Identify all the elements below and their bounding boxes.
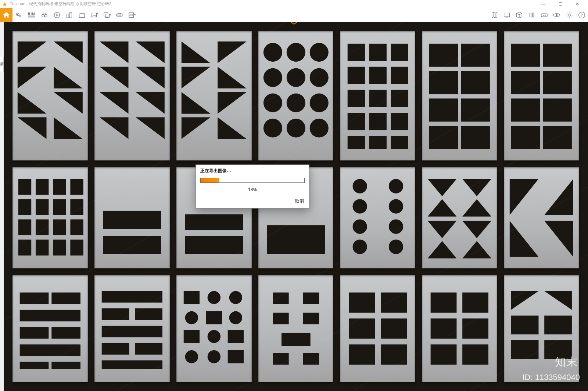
svg-rect-156 [20,362,49,369]
svg-rect-115 [53,199,66,215]
svg-point-31 [568,14,570,16]
svg-marker-54 [100,92,129,114]
svg-rect-122 [36,239,49,255]
map-button[interactable] [488,8,501,22]
svg-point-136 [352,239,367,254]
svg-line-36 [567,12,568,13]
svg-point-70 [286,68,305,87]
watermark-id: ID: 1133594040 [522,373,580,382]
help-button[interactable]: ? [576,8,588,22]
eye-button[interactable] [551,8,563,22]
svg-rect-109 [18,179,31,195]
cancel-button[interactable]: 取消 [295,198,304,204]
svg-marker-44 [18,67,47,88]
svg-line-39 [571,12,572,13]
svg-rect-89 [391,113,408,130]
toolbar-left-group: BIM 360° EXE [0,8,138,22]
svg-rect-161 [102,326,162,337]
svg-rect-25 [504,13,510,17]
svg-point-131 [388,179,403,193]
svg-rect-187 [381,319,407,339]
clapperboard-button[interactable] [76,8,88,22]
svg-marker-55 [136,92,165,114]
svg-rect-101 [511,44,540,67]
svg-rect-90 [347,136,365,149]
sample-squares-4x4 [12,167,88,268]
svg-rect-177 [273,293,288,304]
svg-point-30 [556,14,558,16]
svg-rect-116 [70,199,83,215]
svg-point-167 [229,291,242,304]
compass-button[interactable] [51,8,63,22]
display-button[interactable] [501,8,513,22]
svg-rect-110 [36,179,49,195]
audio-lines-button[interactable] [526,8,538,22]
svg-rect-96 [461,71,490,94]
svg-point-172 [207,330,220,343]
svg-rect-182 [273,353,288,365]
svg-rect-194 [431,344,457,365]
buildings-button[interactable] [63,8,76,22]
home-button[interactable] [0,8,12,22]
sample-slot-bricks-2 [94,275,170,382]
export-image-button[interactable] [88,8,101,22]
svg-rect-114 [36,199,49,215]
svg-marker-61 [218,67,247,88]
close-button[interactable]: ✕ [569,0,586,8]
sample-tri-mixed-1 [12,31,88,160]
svg-marker-197 [544,291,572,310]
svg-marker-56 [100,117,129,139]
svg-rect-12 [71,14,71,14]
svg-rect-111 [53,179,66,195]
svg-rect-195 [463,344,489,365]
svg-text:?: ? [581,13,583,17]
svg-marker-59 [218,41,247,63]
svg-point-68 [309,43,328,62]
svg-point-28 [543,15,544,16]
svg-rect-181 [282,333,311,346]
svg-rect-126 [103,236,161,254]
sample-frame-squares [258,275,334,382]
chevron-down-icon[interactable] [290,21,298,23]
minimize-button[interactable]: — [535,0,552,8]
svg-rect-107 [511,126,540,149]
svg-point-137 [388,239,403,254]
location-button[interactable] [12,8,25,22]
svg-text:EXE: EXE [129,14,133,16]
dialog-title: 正在导出图像… [196,165,309,178]
svg-rect-188 [349,344,375,365]
cube-button[interactable] [513,8,526,22]
render-viewport[interactable]: 正在导出图像… 18% 取消 知末 ID: 1133594040 [4,22,588,391]
svg-rect-105 [511,98,540,122]
svg-marker-60 [182,67,211,88]
export-batch-button[interactable] [101,8,113,22]
svg-marker-62 [182,92,211,114]
svg-rect-82 [369,67,386,84]
svg-marker-139 [463,179,492,196]
settings-button[interactable] [563,8,576,22]
svg-rect-80 [391,44,408,61]
svg-rect-200 [511,340,539,359]
binoculars-button[interactable] [38,8,51,22]
svg-rect-192 [431,319,457,339]
svg-rect-198 [511,316,539,334]
svg-rect-104 [543,71,572,94]
svg-rect-83 [391,67,408,84]
svg-point-2 [19,15,21,17]
svg-rect-125 [103,211,161,229]
export-exe-button[interactable]: EXE [126,8,138,22]
maximize-button[interactable]: ☐ [552,0,569,8]
svg-marker-51 [136,41,165,63]
svg-rect-189 [381,344,407,365]
bim-button[interactable]: BIM [25,8,38,22]
svg-rect-180 [303,313,319,324]
svg-marker-46 [18,92,47,114]
vr-button[interactable] [538,8,551,22]
svg-point-6 [42,14,44,17]
svg-rect-112 [70,179,83,195]
pano-360-button[interactable]: 360° [113,8,126,22]
svg-rect-173 [227,330,243,343]
sample-large-rects-2 [422,275,497,382]
svg-rect-93 [429,44,458,67]
progress-bar [200,178,305,183]
